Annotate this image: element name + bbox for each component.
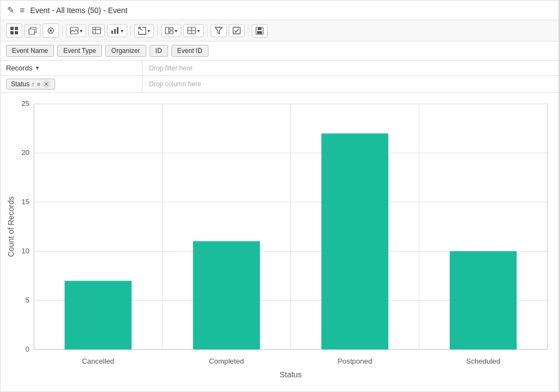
filter-left: Records ▼ — [1, 61, 142, 75]
event-id-col[interactable]: Event ID — [171, 45, 209, 57]
svg-rect-13 — [114, 29, 116, 34]
y-label-10: 10 — [21, 247, 29, 255]
page-title: Event - All Items (50) - Event — [30, 6, 127, 15]
records-dropdown[interactable]: Records ▼ — [6, 64, 40, 72]
svg-rect-9 — [93, 27, 100, 34]
bar-scheduled — [450, 251, 517, 349]
toolbar: ▾ ▾ ▾ ▾ ▾ — [1, 20, 558, 41]
sep4 — [207, 25, 207, 37]
sep3 — [157, 25, 158, 37]
filter-row: Records ▼ Drop filter here — [1, 61, 558, 76]
sort-asc-icon: ↑ — [32, 81, 35, 87]
bar-completed — [193, 241, 260, 349]
svg-rect-5 — [29, 29, 34, 34]
sort-left: Status ↑ ≡ ✕ — [1, 76, 142, 92]
bar-cancelled — [64, 281, 132, 349]
sep5 — [248, 25, 248, 37]
records-label: Records — [6, 64, 32, 72]
y-label-0: 0 — [26, 345, 29, 353]
svg-rect-2 — [10, 31, 14, 34]
svg-rect-17 — [170, 27, 173, 30]
chart-area: 25 20 15 10 5 0 — [1, 93, 558, 377]
y-axis-title: Count of Records — [7, 197, 15, 257]
sep2 — [130, 25, 131, 37]
image-btn[interactable]: ▾ — [66, 24, 86, 37]
status-sort-label: Status — [11, 80, 29, 88]
y-label-5: 5 — [26, 296, 29, 304]
svg-rect-23 — [233, 27, 240, 34]
export-btn[interactable]: ▾ — [134, 24, 154, 38]
menu-icon[interactable]: ≡ — [20, 5, 25, 15]
svg-rect-18 — [170, 31, 173, 34]
event-type-col[interactable]: Event Type — [57, 45, 102, 57]
id-col[interactable]: ID — [150, 45, 168, 57]
x-label-scheduled: Scheduled — [466, 357, 501, 365]
chart-wrapper: 25 20 15 10 5 0 — [6, 98, 553, 377]
svg-line-15 — [139, 27, 142, 31]
title-bar: ✎ ≡ Event - All Items (50) - Event — [1, 1, 558, 20]
sort-row: Status ↑ ≡ ✕ Drop column here — [1, 76, 558, 93]
column-drop-zone[interactable]: Drop column here — [142, 78, 558, 91]
dropdown-arrow: ▼ — [34, 65, 40, 71]
organizer-col[interactable]: Organizer — [105, 45, 146, 57]
filter-toggle-btn[interactable] — [211, 24, 227, 37]
bar-chart: 25 20 15 10 5 0 — [6, 98, 553, 377]
drop-column-label: Drop column here — [149, 80, 201, 88]
x-label-postponed: Postponed — [337, 357, 372, 365]
sort-remove-btn[interactable]: ✕ — [43, 80, 50, 88]
svg-rect-16 — [165, 27, 169, 34]
svg-rect-26 — [257, 31, 262, 34]
filter-drop-zone[interactable]: Drop filter here — [142, 61, 558, 75]
svg-point-7 — [50, 29, 52, 32]
y-label-20: 20 — [21, 149, 29, 157]
svg-rect-3 — [15, 31, 18, 34]
status-sort-tag[interactable]: Status ↑ ≡ ✕ — [6, 79, 55, 90]
drop-filter-label: Drop filter here — [149, 64, 192, 72]
grid-btn[interactable] — [6, 23, 22, 38]
view-btn[interactable] — [43, 23, 59, 38]
sort-filter-icon: ≡ — [37, 81, 40, 87]
bar-postponed — [322, 133, 389, 349]
column-headers: Event Name Event Type Organizer ID Event… — [1, 41, 558, 61]
svg-rect-12 — [111, 31, 113, 34]
svg-marker-22 — [215, 27, 222, 34]
save-btn[interactable] — [252, 24, 267, 38]
svg-rect-14 — [117, 27, 118, 34]
validate-btn[interactable] — [229, 24, 245, 37]
svg-rect-0 — [10, 27, 14, 30]
x-label-cancelled: Cancelled — [82, 357, 114, 365]
svg-rect-25 — [258, 27, 261, 30]
pivot-btn[interactable]: ▾ — [183, 24, 204, 37]
x-axis-title: Status — [280, 370, 302, 377]
event-name-col[interactable]: Event Name — [6, 45, 54, 57]
edit-icon[interactable]: ✎ — [7, 5, 14, 15]
group-btn[interactable]: ▾ — [161, 24, 181, 37]
x-label-completed: Completed — [209, 357, 244, 365]
y-label-25: 25 — [21, 99, 29, 108]
chart-btn[interactable]: ▾ — [107, 24, 127, 37]
svg-rect-1 — [15, 27, 18, 30]
y-label-15: 15 — [21, 198, 29, 206]
sep1 — [62, 25, 63, 37]
table-btn[interactable] — [88, 24, 105, 37]
copy-btn[interactable] — [25, 24, 40, 38]
